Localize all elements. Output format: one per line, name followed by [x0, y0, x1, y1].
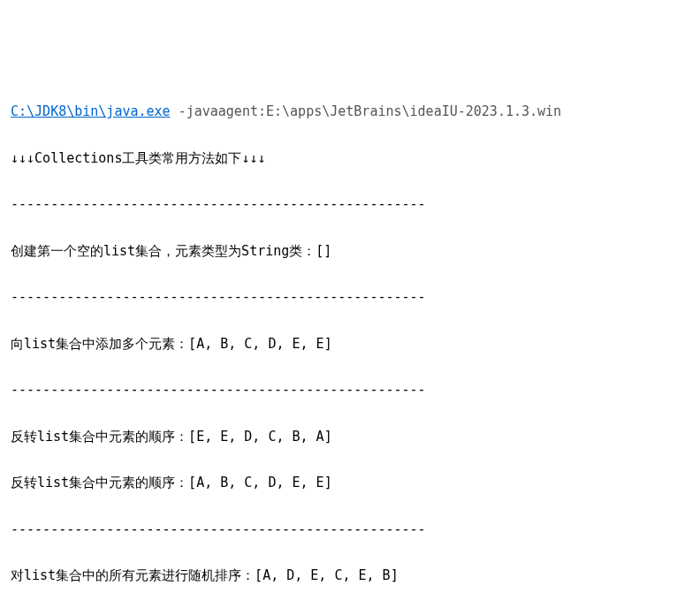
output-create-empty: 创建第一个空的list集合，元素类型为String类：[] [11, 240, 674, 262]
output-separator: ----------------------------------------… [11, 378, 674, 401]
output-title: ↓↓↓Collections工具类常用方法如下↓↓↓ [11, 147, 674, 170]
java-exe-link[interactable]: C:\JDK8\bin\java.exe [11, 103, 171, 119]
output-separator: ----------------------------------------… [11, 611, 674, 617]
output-separator: ----------------------------------------… [11, 285, 674, 308]
java-args: -javaagent:E:\apps\JetBrains\ideaIU-2023… [171, 103, 562, 119]
output-reverse2: 反转list集合中元素的顺序：[A, B, C, D, E, E] [11, 471, 674, 494]
console-command-line: C:\JDK8\bin\java.exe -javaagent:E:\apps\… [11, 100, 674, 123]
output-shuffle: 对list集合中的所有元素进行随机排序：[A, D, E, C, E, B] [11, 564, 674, 587]
output-add-multi: 向list集合中添加多个元素：[A, B, C, D, E, E] [11, 332, 674, 355]
output-reverse1: 反转list集合中元素的顺序：[E, E, D, C, B, A] [11, 425, 674, 448]
output-separator: ----------------------------------------… [11, 193, 674, 216]
output-separator: ----------------------------------------… [11, 518, 674, 541]
